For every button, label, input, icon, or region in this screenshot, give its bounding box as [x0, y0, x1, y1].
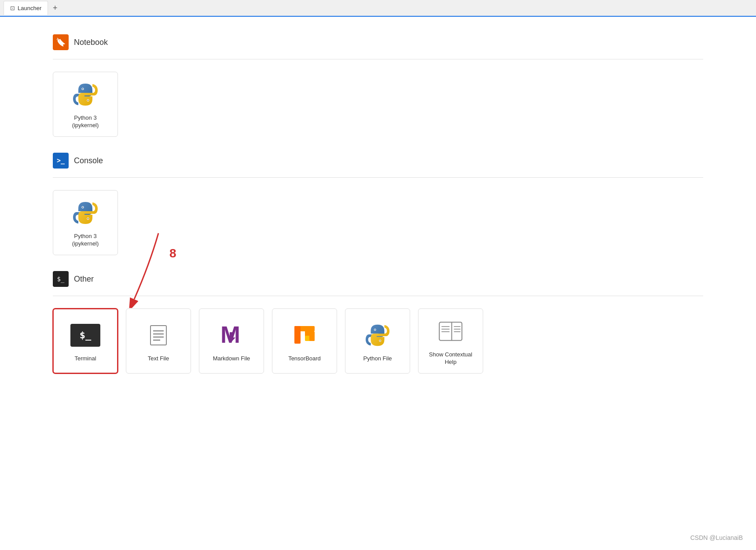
svg-point-1	[82, 88, 83, 89]
main-content: Notebook	[0, 17, 756, 550]
other-section-header: $_ Other	[53, 271, 703, 287]
svg-rect-16	[294, 326, 301, 344]
textfile-label: Text File	[148, 355, 169, 363]
other-cards-row: $_ Terminal Text File M	[53, 308, 703, 374]
other-section-title: Other	[74, 275, 94, 284]
launcher-tab-label: Launcher	[18, 5, 41, 11]
markdown-label: Markdown File	[213, 355, 250, 363]
console-section-icon: >_	[53, 153, 69, 169]
other-section-icon: $_	[53, 271, 69, 287]
console-divider	[53, 177, 703, 178]
terminal-icon-box: $_	[70, 324, 100, 347]
console-python3-label: Python 3(ipykernel)	[72, 233, 99, 248]
terminal-label: Terminal	[74, 355, 96, 363]
launcher-tab-icon: ⊡	[10, 5, 15, 11]
tab-bar: ⊡ Launcher +	[0, 0, 756, 17]
svg-point-3	[88, 100, 88, 101]
console-cards-row: Python 3(ipykernel)	[53, 190, 703, 255]
svg-rect-8	[150, 326, 166, 345]
annotation-number: 8	[169, 246, 176, 260]
svg-point-7	[88, 218, 88, 219]
terminal-card[interactable]: $_ Terminal	[53, 308, 118, 374]
notebook-section-header: Notebook	[53, 34, 703, 50]
textfile-card[interactable]: Text File	[126, 308, 191, 374]
terminal-icon: $_	[70, 320, 101, 351]
markdown-icon: M	[216, 320, 247, 351]
contextual-help-icon	[435, 316, 466, 347]
markdown-card[interactable]: M Markdown File	[199, 308, 264, 374]
watermark: CSDN @LucianaiB	[690, 534, 743, 541]
new-tab-button[interactable]: +	[49, 2, 61, 14]
console-python-logo-icon	[70, 198, 101, 228]
tensorboard-label: TensorBoard	[288, 355, 321, 363]
svg-point-21	[374, 329, 375, 330]
console-section-title: Console	[74, 156, 103, 165]
launcher-tab[interactable]: ⊡ Launcher	[4, 1, 48, 15]
svg-rect-19	[309, 331, 315, 341]
notebook-cards-row: Python 3(ipykernel)	[53, 72, 703, 137]
notebook-python3-card[interactable]: Python 3(ipykernel)	[53, 72, 118, 137]
contextual-help-card[interactable]: Show ContextualHelp	[418, 308, 483, 374]
tensorboard-card[interactable]: TensorBoard	[272, 308, 337, 374]
tensorboard-icon	[289, 320, 320, 351]
notebook-divider	[53, 59, 703, 59]
textfile-icon	[143, 320, 174, 351]
console-section-header: >_ Console	[53, 153, 703, 169]
python-logo-icon	[70, 79, 101, 110]
contextual-help-label: Show ContextualHelp	[429, 351, 472, 366]
svg-point-23	[380, 340, 381, 341]
notebook-section-title: Notebook	[74, 38, 108, 47]
pythonfile-icon	[362, 320, 393, 351]
console-python3-card[interactable]: Python 3(ipykernel)	[53, 190, 118, 255]
svg-point-5	[82, 207, 83, 208]
pythonfile-card[interactable]: Python File	[345, 308, 410, 374]
notebook-section-icon	[53, 34, 69, 50]
notebook-python3-label: Python 3(ipykernel)	[72, 114, 99, 129]
pythonfile-label: Python File	[363, 355, 392, 363]
other-divider	[53, 296, 703, 296]
